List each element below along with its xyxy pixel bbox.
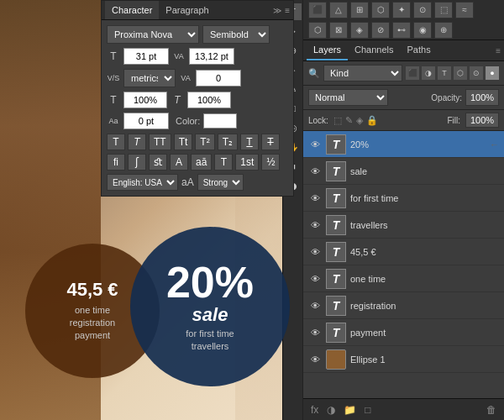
footer-fx-btn[interactable]: fx	[308, 404, 321, 416]
filter-shape[interactable]: ⬡	[454, 66, 467, 80]
style-btn-T2sub[interactable]: T₂	[218, 134, 238, 150]
tab-channels[interactable]: Channels	[348, 40, 400, 60]
hscale-icon: T	[171, 94, 184, 106]
style-btn-st[interactable]: ﬆ	[149, 154, 167, 171]
tb-btn-6[interactable]: ⊙	[413, 2, 432, 18]
layer-name: travellers	[350, 220, 499, 230]
style-btn-Tstr[interactable]: T	[261, 134, 280, 150]
tb-btn-13[interactable]: ⊷	[392, 22, 411, 39]
layer-item[interactable]: 👁Tone time	[303, 265, 504, 292]
lock-art-icon[interactable]: ◈	[356, 115, 363, 126]
tb-btn-9[interactable]: ⬡	[308, 22, 327, 39]
style-btn-Tt[interactable]: Tt	[174, 134, 193, 150]
toolbar-row-1: ⬛ △ ⊞ ⬡ ✦ ⊙ ⬚ ≈	[308, 2, 499, 18]
color-swatch[interactable]	[203, 113, 237, 129]
size-row: T VA	[107, 48, 288, 65]
eye-icon[interactable]: 👁	[308, 326, 322, 339]
style-btn-aa[interactable]: aā	[191, 154, 212, 171]
panel-menu-icon[interactable]: ≡	[285, 6, 290, 15]
color-label: Color:	[176, 116, 200, 126]
tb-btn-8[interactable]: ≈	[455, 2, 474, 18]
opacity-input[interactable]	[465, 89, 499, 106]
style-btn-half[interactable]: ½	[261, 154, 280, 171]
panel-expand-icon[interactable]: ≫	[273, 6, 281, 15]
tb-btn-15[interactable]: ⊕	[434, 22, 453, 39]
kerning-input[interactable]	[189, 48, 234, 65]
metrics-select[interactable]: metrics	[123, 69, 176, 87]
lock-all-icon[interactable]: 🔒	[366, 115, 378, 126]
style-btn-T3[interactable]: T	[214, 154, 233, 171]
style-btn-orn[interactable]: ʃ	[128, 154, 146, 171]
filter-type[interactable]: T	[438, 66, 451, 80]
tb-btn-1[interactable]: ⬛	[308, 2, 327, 18]
layer-item[interactable]: 👁Tsale	[303, 158, 504, 185]
layer-item[interactable]: 👁T20%←	[303, 131, 504, 158]
lock-px-icon[interactable]: ⬚	[333, 115, 342, 126]
eye-icon[interactable]: 👁	[308, 192, 322, 205]
language-select[interactable]: English: USA	[107, 174, 178, 191]
filter-toggle-btn[interactable]: ●	[486, 66, 499, 80]
tab-character[interactable]: Character	[105, 1, 159, 19]
eye-icon[interactable]: 👁	[308, 218, 322, 232]
tab-paragraph[interactable]: Paragraph	[159, 1, 215, 19]
layer-item[interactable]: 👁T45,5 €	[303, 239, 504, 265]
style-btn-Tline[interactable]: T	[240, 134, 259, 150]
eye-icon[interactable]: 👁	[308, 245, 322, 259]
footer-adj-btn[interactable]: ◑	[324, 404, 338, 416]
tb-btn-14[interactable]: ◉	[413, 22, 432, 39]
price-text: 45,5 €	[66, 279, 118, 301]
eye-icon[interactable]: 👁	[308, 299, 322, 312]
style-btn-T[interactable]: T	[107, 134, 125, 150]
hscale-input[interactable]	[187, 92, 231, 108]
weight-select[interactable]: Semibold	[202, 25, 270, 44]
tb-btn-3[interactable]: ⊞	[350, 2, 369, 18]
kind-select[interactable]: Kind	[323, 65, 402, 81]
eye-icon[interactable]: 👁	[308, 353, 322, 366]
fontsize-input[interactable]	[123, 48, 169, 65]
eye-icon[interactable]: 👁	[308, 272, 322, 286]
style-btn-A[interactable]: A	[170, 154, 188, 171]
style-btn-TT[interactable]: TT	[149, 134, 171, 150]
filter-px[interactable]: ⬛	[406, 66, 419, 80]
style-btn-T2[interactable]: T²	[195, 134, 214, 150]
tab-layers[interactable]: Layers	[307, 40, 348, 60]
search-icon: 🔍	[308, 68, 320, 79]
eye-icon[interactable]: 👁	[308, 138, 322, 151]
footer-folder-btn[interactable]: 📁	[341, 404, 359, 416]
layers-menu-icon[interactable]: ≡	[496, 46, 501, 55]
layer-name: for first time	[350, 193, 499, 203]
layer-item[interactable]: 👁Tpayment	[303, 319, 504, 346]
va-input[interactable]	[196, 70, 241, 87]
font-select[interactable]: Proxima Nova	[107, 25, 199, 44]
eye-icon[interactable]: 👁	[308, 165, 322, 178]
tb-btn-10[interactable]: ⊠	[329, 22, 348, 39]
blend-select[interactable]: Normal	[308, 89, 388, 106]
tab-paths[interactable]: Paths	[401, 40, 438, 60]
tb-btn-7[interactable]: ⬚	[434, 2, 453, 18]
antialias-select[interactable]: Strong	[197, 174, 244, 191]
toolbar-row-2: ⬡ ⊠ ◈ ⊘ ⊷ ◉ ⊕	[308, 22, 499, 39]
layer-item[interactable]: 👁Tregistration	[303, 292, 504, 319]
filter-smart[interactable]: ⊙	[470, 66, 483, 80]
tb-btn-2[interactable]: △	[329, 2, 348, 18]
style-btn-1st[interactable]: 1st	[235, 154, 259, 171]
tracking-input[interactable]	[123, 113, 169, 129]
style-btn-Ti[interactable]: T	[128, 134, 146, 150]
tb-btn-11[interactable]: ◈	[350, 22, 369, 39]
lock-move-icon[interactable]: ✎	[345, 115, 353, 126]
layer-arrow-icon: ←	[490, 139, 499, 150]
layer-item[interactable]: 👁Ellipse 1	[303, 346, 504, 373]
filter-adj[interactable]: ◑	[422, 66, 435, 80]
tb-btn-4[interactable]: ⬡	[371, 2, 390, 18]
character-panel: Character Paragraph ≫ ≡ Proxima Nova Sem…	[101, 0, 294, 197]
style-btn-fi[interactable]: fi	[107, 154, 125, 171]
layer-item[interactable]: 👁Tfor first time	[303, 185, 504, 212]
tb-btn-5[interactable]: ✦	[392, 2, 411, 18]
tb-btn-12[interactable]: ⊘	[371, 22, 390, 39]
blue-circle: 20% sale for first timetravellers	[130, 227, 290, 386]
footer-new-btn[interactable]: □	[362, 404, 373, 416]
vscale-input[interactable]	[123, 92, 167, 108]
footer-del-btn[interactable]: 🗑	[484, 404, 499, 416]
layer-item[interactable]: 👁Ttravellers	[303, 212, 504, 239]
fill-input[interactable]	[465, 113, 499, 128]
